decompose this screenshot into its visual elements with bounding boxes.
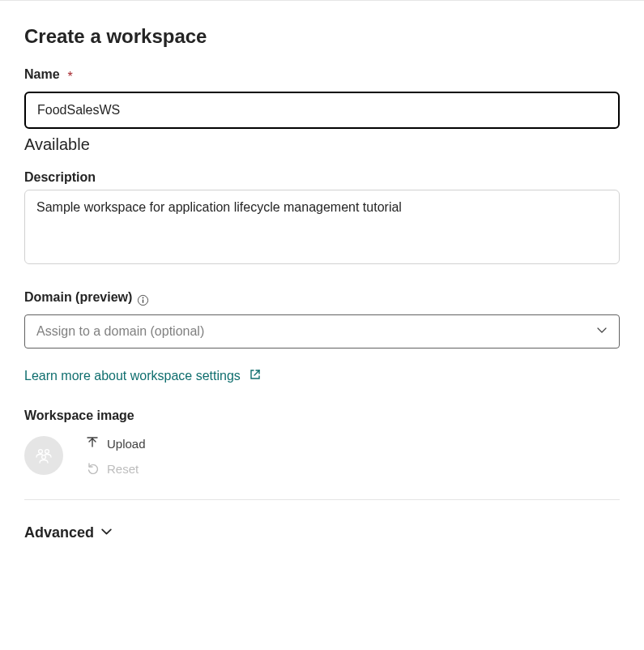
svg-point-4 [45,450,49,454]
external-link-icon [249,368,262,384]
chevron-down-icon [100,524,113,541]
name-input[interactable] [24,92,620,129]
workspace-image-section: Workspace image Upload [24,408,620,477]
workspace-image-placeholder [24,436,63,475]
reset-label: Reset [107,462,139,476]
advanced-label: Advanced [24,524,94,541]
description-field-group: Description Sample workspace for applica… [24,170,620,267]
page-title: Create a workspace [24,25,620,48]
domain-field-group: Domain (preview) Assign to a domain (opt… [24,290,620,349]
learn-more-link[interactable]: Learn more about workspace settings [24,368,262,384]
svg-point-5 [42,455,46,460]
domain-placeholder: Assign to a domain (optional) [36,324,204,339]
description-label: Description [24,170,96,185]
domain-select[interactable]: Assign to a domain (optional) [24,314,620,349]
svg-rect-1 [143,299,143,302]
info-icon[interactable] [137,294,149,306]
reset-button: Reset [86,461,146,477]
upload-label: Upload [107,437,146,451]
name-field-group: Name * [24,67,620,129]
required-star-icon: * [68,70,73,84]
upload-icon [86,436,99,451]
people-group-icon [33,445,54,466]
description-input[interactable]: Sample workspace for application lifecyc… [24,190,620,264]
section-divider [24,499,620,500]
name-label: Name [24,67,60,82]
domain-label: Domain (preview) [24,290,132,305]
reset-icon [86,461,99,477]
upload-button[interactable]: Upload [86,436,146,451]
chevron-down-icon [596,324,608,339]
name-availability-status: Available [24,135,620,154]
workspace-image-label: Workspace image [24,408,134,423]
learn-more-text: Learn more about workspace settings [24,369,241,383]
advanced-toggle[interactable]: Advanced [24,524,113,541]
svg-point-2 [143,297,144,298]
svg-point-3 [39,450,43,454]
